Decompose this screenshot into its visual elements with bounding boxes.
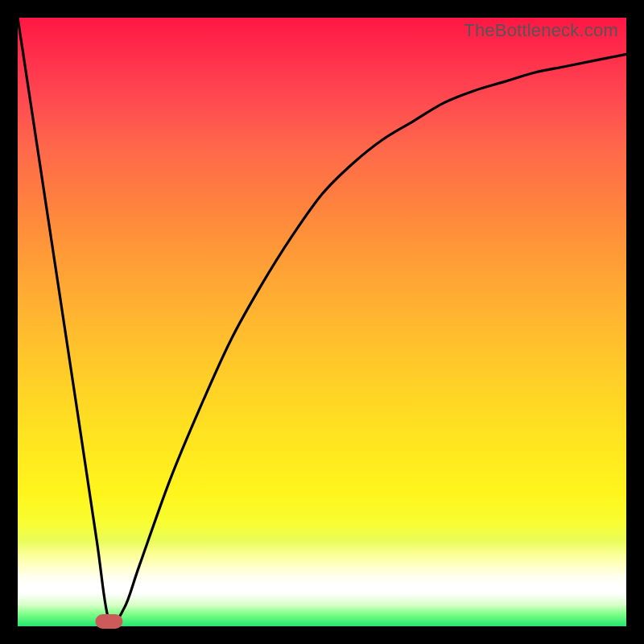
plot-area: TheBottleneck.com <box>18 18 626 626</box>
optimal-point-marker <box>95 614 122 629</box>
chart-frame: TheBottleneck.com <box>0 0 644 644</box>
curve-layer <box>18 18 626 626</box>
bottleneck-curve <box>18 18 626 625</box>
